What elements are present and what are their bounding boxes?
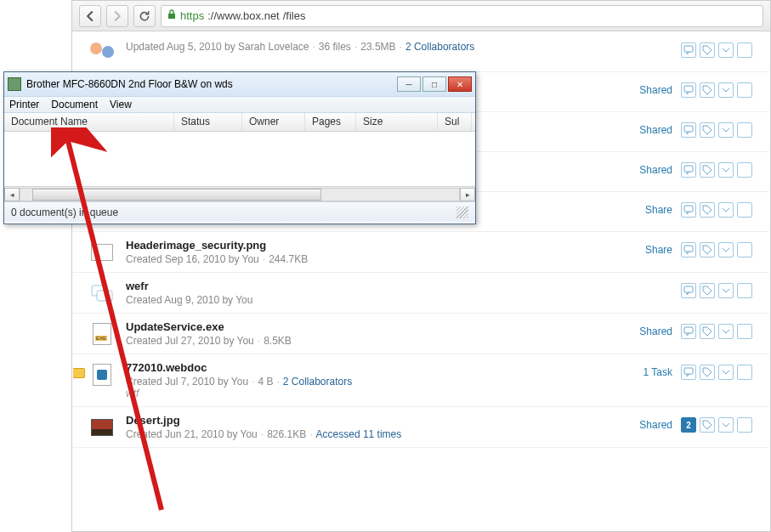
comment-icon[interactable] xyxy=(681,42,696,58)
file-row[interactable]: Desert.jpgCreated Jun 21, 2010 by You·82… xyxy=(73,407,769,448)
file-actions xyxy=(681,82,752,98)
printer-window: Brother MFC-8660DN 2nd Floor B&W on wds … xyxy=(3,71,476,224)
menu-view[interactable]: View xyxy=(110,99,132,110)
meta-link[interactable]: 2 Collaborators xyxy=(283,376,352,388)
dropdown-icon[interactable] xyxy=(718,82,734,98)
file-actions xyxy=(681,42,752,58)
file-title: wefr xyxy=(126,280,626,292)
checkbox-icon[interactable] xyxy=(737,417,752,433)
column-header[interactable]: Document Name xyxy=(4,113,174,131)
checkbox-icon[interactable] xyxy=(737,162,752,178)
file-row[interactable]: Updated Aug 5, 2010 by Sarah Lovelace·36… xyxy=(73,32,769,72)
printer-statusbar: 0 document(s) in queue xyxy=(4,201,475,222)
file-row[interactable]: 772010.webdocCreated Jul 7, 2010 by You·… xyxy=(73,354,769,407)
tag-icon[interactable] xyxy=(700,122,715,138)
dropdown-icon[interactable] xyxy=(718,122,734,138)
share-status[interactable]: Shared xyxy=(635,164,672,176)
share-status[interactable]: Share xyxy=(635,244,672,256)
dropdown-icon[interactable] xyxy=(718,417,734,433)
menu-document[interactable]: Document xyxy=(51,99,98,110)
column-header[interactable]: Size xyxy=(356,113,438,131)
tag-icon[interactable] xyxy=(700,365,715,380)
file-actions: 2 xyxy=(681,417,752,433)
file-icon xyxy=(90,281,114,305)
column-header[interactable]: Pages xyxy=(305,113,356,131)
comment-icon[interactable] xyxy=(681,324,696,339)
file-row[interactable]: UpdateService.exeCreated Jul 27, 2010 by… xyxy=(73,314,769,354)
close-button[interactable]: ✕ xyxy=(448,76,472,92)
share-status[interactable]: Shared xyxy=(635,325,672,337)
tag-icon[interactable] xyxy=(700,162,715,178)
comment-icon[interactable] xyxy=(681,122,696,138)
dropdown-icon[interactable] xyxy=(718,324,734,339)
share-status[interactable]: Shared xyxy=(635,419,672,431)
comment-icon[interactable] xyxy=(681,82,696,98)
address-bar[interactable]: https://www.box.net/files xyxy=(161,5,763,27)
back-button[interactable] xyxy=(79,5,101,27)
scroll-right-button[interactable]: ▸ xyxy=(460,188,475,201)
dropdown-icon[interactable] xyxy=(718,365,734,380)
meta-link[interactable]: 2 Collaborators xyxy=(405,41,474,53)
dropdown-icon[interactable] xyxy=(718,283,734,298)
tag-icon[interactable] xyxy=(700,283,715,298)
maximize-button[interactable]: □ xyxy=(422,76,446,92)
column-header[interactable]: Sul xyxy=(438,113,472,131)
scroll-track[interactable] xyxy=(20,188,460,201)
menu-printer[interactable]: Printer xyxy=(9,99,39,110)
meta-link[interactable]: Accessed 11 times xyxy=(316,428,402,440)
checkbox-icon[interactable] xyxy=(737,324,752,339)
file-meta: Created Aug 9, 2010 by You xyxy=(126,294,626,306)
checkbox-icon[interactable] xyxy=(737,202,752,218)
printer-status-text: 0 document(s) in queue xyxy=(11,207,118,218)
tag-icon[interactable] xyxy=(700,242,715,258)
dropdown-icon[interactable] xyxy=(718,162,734,178)
printer-titlebar[interactable]: Brother MFC-8660DN 2nd Floor B&W on wds … xyxy=(4,72,475,96)
dropdown-icon[interactable] xyxy=(718,242,734,258)
file-meta: Created Sep 16, 2010 by You·244.7KB xyxy=(126,253,626,265)
share-status[interactable]: 1 Task xyxy=(635,366,672,378)
file-row[interactable]: wefrCreated Aug 9, 2010 by You xyxy=(73,273,769,314)
url-path: /files xyxy=(283,9,306,22)
url-scheme: https xyxy=(180,9,204,22)
share-status[interactable]: Share xyxy=(635,204,672,216)
column-header[interactable]: Status xyxy=(174,113,242,131)
scroll-left-button[interactable]: ◂ xyxy=(4,188,20,201)
file-row[interactable]: Headerimage_security.pngCreated Sep 16, … xyxy=(73,232,769,273)
tag-icon[interactable] xyxy=(700,42,715,58)
comment-icon[interactable] xyxy=(681,283,696,298)
share-status[interactable]: Shared xyxy=(635,124,672,136)
checkbox-icon[interactable] xyxy=(737,42,752,58)
reload-button[interactable] xyxy=(133,5,156,27)
dropdown-icon[interactable] xyxy=(718,202,734,218)
checkbox-icon[interactable] xyxy=(737,283,752,298)
tag-icon[interactable] xyxy=(700,202,715,218)
file-title: UpdateService.exe xyxy=(126,320,626,333)
lock-icon xyxy=(167,9,177,22)
comment-icon[interactable] xyxy=(681,202,696,218)
tag-icon[interactable] xyxy=(700,82,715,98)
comment-count-badge[interactable]: 2 xyxy=(681,417,696,433)
file-title: Headerimage_security.png xyxy=(126,239,626,252)
svg-rect-5 xyxy=(684,206,693,212)
file-actions xyxy=(681,162,752,178)
checkbox-icon[interactable] xyxy=(737,365,752,380)
tag-icon[interactable] xyxy=(700,417,715,433)
printer-hscroll[interactable]: ◂ ▸ xyxy=(4,186,475,201)
share-status[interactable]: Shared xyxy=(635,84,672,96)
checkbox-icon[interactable] xyxy=(737,122,752,138)
checkbox-icon[interactable] xyxy=(737,242,752,258)
tag-icon[interactable] xyxy=(700,324,715,339)
file-meta: Created Jul 7, 2010 by You·4 B·2 Collabo… xyxy=(126,376,626,388)
resize-grip[interactable] xyxy=(456,207,468,218)
comment-icon[interactable] xyxy=(681,162,696,178)
dropdown-icon[interactable] xyxy=(718,42,734,58)
comment-icon[interactable] xyxy=(681,365,696,380)
file-title: Desert.jpg xyxy=(126,414,626,427)
minimize-button[interactable]: ─ xyxy=(397,76,421,92)
scroll-thumb[interactable] xyxy=(32,189,321,201)
column-header[interactable]: Owner xyxy=(242,113,305,131)
comment-icon[interactable] xyxy=(681,242,696,258)
forward-button[interactable] xyxy=(106,5,128,27)
checkbox-icon[interactable] xyxy=(737,82,752,98)
file-meta: Created Jun 21, 2010 by You·826.1KB·Acce… xyxy=(126,428,626,440)
